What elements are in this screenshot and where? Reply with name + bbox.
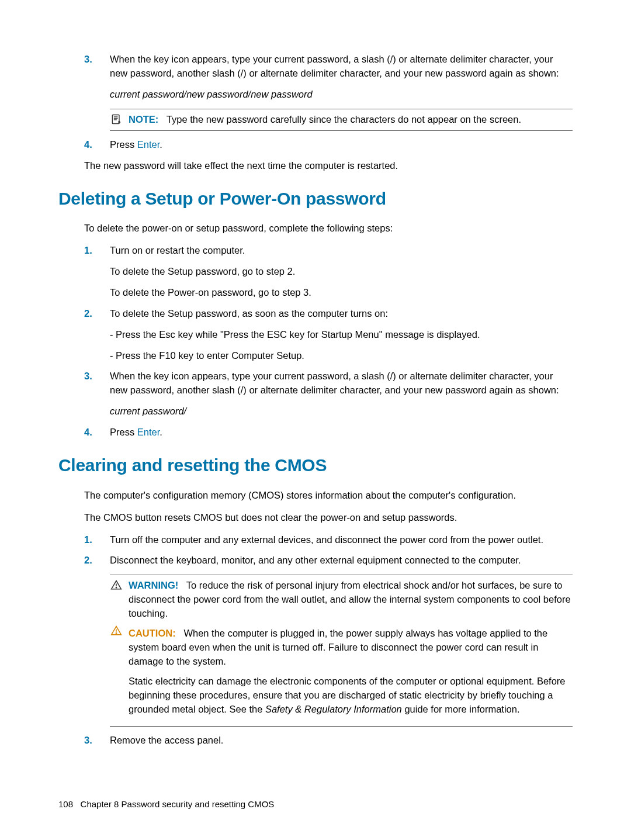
step-subtext: - Press the F10 key to enter Computer Se… [110,349,573,363]
step-text: Press Enter. [110,138,573,152]
list-number: 1. [84,533,110,547]
list-item-4: 4. Press Enter. [84,138,573,152]
page-footer: 108 Chapter 8 Password security and rese… [58,798,274,811]
step-text: Disconnect the keyboard, monitor, and an… [110,554,573,568]
list-number: 2. [84,554,110,568]
list-number: 4. [84,426,110,440]
list-number: 1. [84,244,110,300]
warning-text: WARNING! To reduce the risk of personal … [129,579,573,621]
note-callout: NOTE: Type the new password carefully si… [110,109,573,131]
svg-point-2 [116,587,116,588]
step-subtext: To delete the Power-on password, go to s… [110,286,573,300]
step-text: When the key icon appears, type your cur… [110,53,573,81]
list-item-2: 2. Disconnect the keyboard, monitor, and… [84,554,573,568]
note-label: NOTE: [129,114,158,125]
note-text: NOTE: Type the new password carefully si… [129,113,573,127]
clearing-intro-2: The CMOS button resets CMOS but does not… [84,511,573,525]
list-item-3: 3. When the key icon appears, type your … [84,53,573,102]
step-example: current password/new password/new passwo… [110,88,573,102]
step-example: current password/ [110,405,573,419]
warning-callout: WARNING! To reduce the risk of personal … [110,575,573,621]
step-text: When the key icon appears, type your cur… [110,369,573,397]
heading-deleting: Deleting a Setup or Power-On password [58,186,573,212]
step-subtext: - Press the Esc key while "Press the ESC… [110,328,573,342]
list-number: 4. [84,138,110,152]
list-item-3: 3. Remove the access panel. [84,734,573,748]
note-icon [110,113,123,126]
clearing-intro-1: The computer's configuration memory (CMO… [84,489,573,503]
caution-label: CAUTION: [129,628,176,638]
list-item-1: 1. Turn on or restart the computer. To d… [84,244,573,300]
svg-point-4 [116,633,116,634]
deleting-intro: To delete the power-on or setup password… [84,222,573,236]
step-text: Turn off the computer and any external d… [110,533,573,547]
list-item-3: 3. When the key icon appears, type your … [84,369,573,419]
page-number: 108 [58,799,73,809]
list-number: 3. [84,53,110,102]
list-number: 3. [84,734,110,748]
outro-text: The new password will take effect the ne… [84,159,573,173]
warning-label: WARNING! [129,580,178,590]
step-text: Press Enter. [110,426,573,440]
step-text: To delete the Setup password, as soon as… [110,307,573,321]
step-subtext: To delete the Setup password, go to step… [110,265,573,279]
caution-callout: CAUTION: When the computer is plugged in… [110,621,573,721]
list-number: 3. [84,369,110,419]
list-item-2: 2. To delete the Setup password, as soon… [84,307,573,363]
list-item-1: 1. Turn off the computer and any externa… [84,533,573,547]
list-item-4: 4. Press Enter. [84,426,573,440]
step-text: Turn on or restart the computer. [110,244,573,258]
caution-icon [110,624,123,637]
heading-clearing: Clearing and resetting the CMOS [58,452,573,478]
caution-text-2: Static electricity can damage the electr… [129,675,573,717]
warning-icon [110,579,123,592]
caution-text: CAUTION: When the computer is plugged in… [129,627,573,717]
list-number: 2. [84,307,110,363]
step-text: Remove the access panel. [110,734,573,748]
chapter-label: Chapter 8 Password security and resettin… [81,799,275,809]
